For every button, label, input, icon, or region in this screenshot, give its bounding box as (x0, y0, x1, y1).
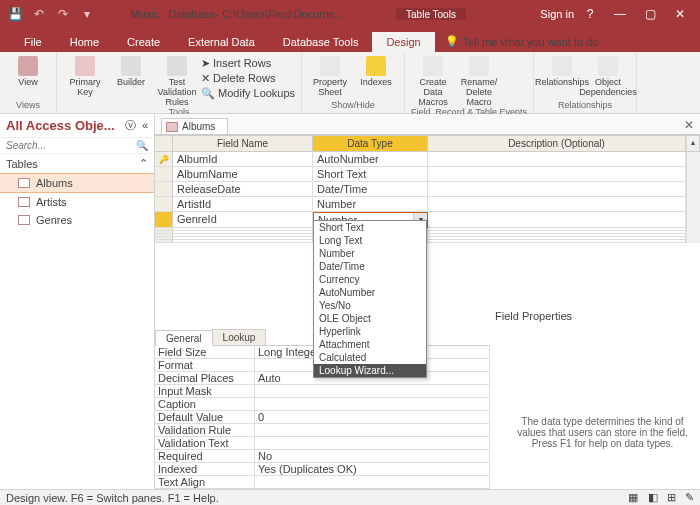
tell-me[interactable]: 💡Tell me what you want to do (435, 31, 609, 52)
nav-item-genres[interactable]: Genres (0, 211, 154, 229)
row-selector[interactable]: 🔑 (155, 152, 173, 167)
undo-icon[interactable]: ↶ (30, 5, 48, 23)
obj-dependencies-button[interactable]: Object Dependencies (586, 54, 630, 97)
prop-label: Field Size (155, 346, 255, 359)
nav-collapse-icon[interactable]: ⓥ « (125, 118, 148, 133)
tab-home[interactable]: Home (56, 32, 113, 52)
signin-link[interactable]: Sign in (540, 4, 574, 24)
indexes-button[interactable]: Indexes (354, 54, 398, 87)
dropdown-item[interactable]: Currency (314, 273, 426, 286)
dropdown-item-lookup-wizard[interactable]: Lookup Wizard... (314, 364, 426, 377)
prop-value[interactable] (255, 398, 490, 411)
prop-label: Decimal Places (155, 372, 255, 385)
dropdown-item[interactable]: OLE Object (314, 312, 426, 325)
property-sheet-button[interactable]: Property Sheet (308, 54, 352, 97)
field-name-cell[interactable]: ArtistId (173, 197, 313, 212)
dropdown-item[interactable]: Short Text (314, 221, 426, 234)
prop-value[interactable] (255, 437, 490, 450)
maximize-icon[interactable]: ▢ (636, 4, 664, 24)
prop-label: Validation Rule (155, 424, 255, 437)
minimize-icon[interactable]: — (606, 4, 634, 24)
grid-icon (18, 56, 38, 76)
col-data-type[interactable]: Data Type (313, 135, 428, 152)
field-name-cell[interactable]: ReleaseDate (173, 182, 313, 197)
search-input[interactable] (6, 140, 136, 151)
save-icon[interactable]: 💾 (6, 5, 24, 23)
prop-value[interactable]: 0 (255, 411, 490, 424)
field-name-cell[interactable]: GenreId (173, 212, 313, 228)
data-type-cell[interactable]: Date/Time (313, 182, 428, 197)
redo-icon[interactable]: ↷ (54, 5, 72, 23)
close-tab-icon[interactable]: ✕ (684, 118, 694, 132)
work-area: Albums ✕ Field Name Data Type Descriptio… (155, 114, 700, 489)
row-selector[interactable] (155, 182, 173, 197)
prop-label: Text Align (155, 476, 255, 489)
desc-cell[interactable] (428, 167, 686, 182)
field-name-cell[interactable]: AlbumName (173, 167, 313, 182)
modify-lookups-button[interactable]: 🔍 Modify Lookups (201, 86, 295, 101)
macro-icon (423, 56, 443, 76)
prop-tab-lookup[interactable]: Lookup (212, 329, 267, 345)
test-validation-button[interactable]: Test Validation Rules (155, 54, 199, 107)
builder-button[interactable]: Builder (109, 54, 153, 87)
col-field-name[interactable]: Field Name (173, 135, 313, 152)
field-grid: Field Name Data Type Description (Option… (155, 135, 700, 243)
tab-external[interactable]: External Data (174, 32, 269, 52)
dropdown-item[interactable]: Attachment (314, 338, 426, 351)
data-type-cell[interactable]: Number (313, 197, 428, 212)
col-description[interactable]: Description (Optional) (428, 135, 686, 152)
view-button[interactable]: View (6, 54, 50, 87)
prop-value[interactable]: Yes (Duplicates OK) (255, 463, 490, 476)
row-selector[interactable] (155, 167, 173, 182)
primary-key-button[interactable]: Primary Key (63, 54, 107, 97)
ribbon-tabs: File Home Create External Data Database … (0, 28, 700, 52)
close-icon[interactable]: ✕ (666, 4, 694, 24)
desc-cell[interactable] (428, 212, 686, 228)
help-icon[interactable]: ? (576, 4, 604, 24)
field-properties-label: Field Properties (495, 310, 572, 322)
dependency-icon (598, 56, 618, 76)
dropdown-item[interactable]: Yes/No (314, 299, 426, 312)
tab-file[interactable]: File (10, 32, 56, 52)
prop-value[interactable] (255, 476, 490, 489)
nav-header[interactable]: All Access Obje... (6, 118, 115, 133)
rename-icon (469, 56, 489, 76)
field-name-cell[interactable]: AlbumId (173, 152, 313, 167)
document-tab-albums[interactable]: Albums (161, 118, 228, 134)
prop-tab-general[interactable]: General (155, 330, 213, 346)
key-icon: 🔑 (159, 155, 169, 164)
dropdown-item[interactable]: Long Text (314, 234, 426, 247)
row-selector[interactable] (155, 197, 173, 212)
dropdown-item[interactable]: Hyperlink (314, 325, 426, 338)
prop-value[interactable] (255, 385, 490, 398)
data-type-cell[interactable]: Short Text (313, 167, 428, 182)
scroll-up[interactable]: ▴ (686, 135, 700, 152)
dropdown-item[interactable]: Number (314, 247, 426, 260)
nav-item-albums[interactable]: Albums (0, 173, 154, 193)
rename-macro-button[interactable]: Rename/ Delete Macro (457, 54, 501, 107)
qat-more-icon[interactable]: ▾ (78, 5, 96, 23)
delete-rows-button[interactable]: ✕ Delete Rows (201, 71, 295, 86)
data-type-cell[interactable]: AutoNumber (313, 152, 428, 167)
relationships-button[interactable]: Relationships (540, 54, 584, 87)
create-macro-button[interactable]: Create Data Macros (411, 54, 455, 107)
nav-item-artists[interactable]: Artists (0, 193, 154, 211)
desc-cell[interactable] (428, 197, 686, 212)
prop-value[interactable]: No (255, 450, 490, 463)
insert-rows-button[interactable]: ➤ Insert Rows (201, 56, 295, 71)
dropdown-item[interactable]: Date/Time (314, 260, 426, 273)
prop-label: Caption (155, 398, 255, 411)
tab-design[interactable]: Design (372, 32, 434, 52)
table-icon (18, 178, 30, 188)
dropdown-item[interactable]: AutoNumber (314, 286, 426, 299)
search-icon[interactable]: 🔍 (136, 140, 148, 151)
tab-dbtools[interactable]: Database Tools (269, 32, 373, 52)
prop-value[interactable] (255, 424, 490, 437)
tab-create[interactable]: Create (113, 32, 174, 52)
desc-cell[interactable] (428, 182, 686, 197)
dropdown-item[interactable]: Calculated (314, 351, 426, 364)
row-selector-current[interactable] (155, 212, 173, 228)
nav-section-tables[interactable]: Tables⌃ (0, 154, 154, 173)
view-switch-icons[interactable]: ▦ ◧ ⊞ ✎ (628, 491, 694, 504)
desc-cell[interactable] (428, 152, 686, 167)
